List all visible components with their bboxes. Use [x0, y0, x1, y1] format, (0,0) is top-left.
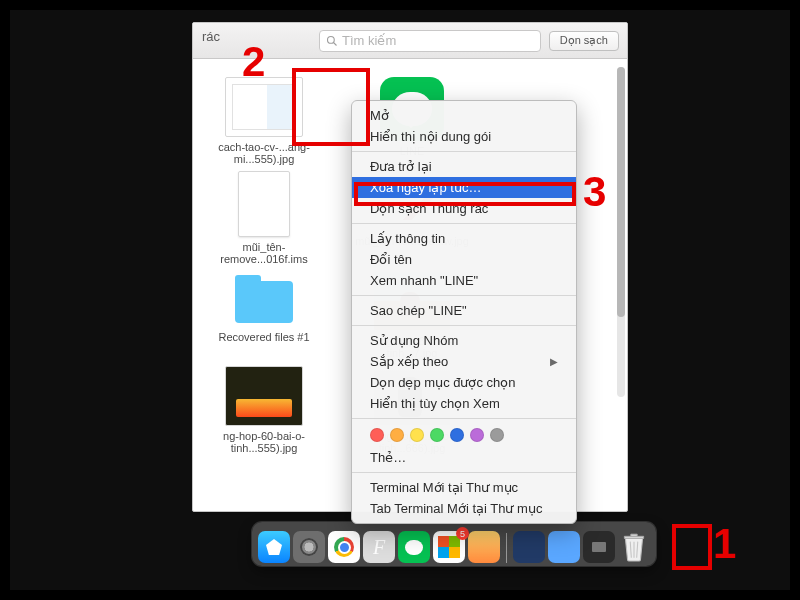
- dock-line-icon[interactable]: [398, 531, 430, 563]
- menu-item-sort-by[interactable]: Sắp xếp theo▶: [352, 351, 576, 372]
- tag-color-row: [352, 423, 576, 447]
- dock: 5: [252, 522, 656, 566]
- file-item-folder[interactable]: Recovered files #1: [205, 271, 323, 359]
- menu-separator: [352, 223, 576, 224]
- menu-item-clean-up-selection[interactable]: Dọn dẹp mục được chọn: [352, 372, 576, 393]
- annotation-number-3: 3: [583, 168, 606, 216]
- dock-system-preferences-icon[interactable]: [293, 531, 325, 563]
- dock-fontbook-icon[interactable]: [363, 531, 395, 563]
- menu-item-quick-look[interactable]: Xem nhanh "LINE": [352, 270, 576, 291]
- tag-yellow[interactable]: [410, 428, 424, 442]
- search-placeholder: Tìm kiếm: [342, 33, 396, 48]
- tag-green[interactable]: [430, 428, 444, 442]
- dock-minimized-window[interactable]: [583, 531, 615, 563]
- file-item[interactable]: mũi_tên-remove...016f.ims: [205, 171, 323, 265]
- menu-separator: [352, 325, 576, 326]
- file-item[interactable]: ng-hop-60-bai-o-tinh...555).jpg: [205, 366, 323, 454]
- screenshot-stage: rác Tìm kiếm Dọn sạch cach-tao-cv-...ang…: [10, 10, 790, 590]
- annotation-box-3: [354, 182, 576, 206]
- menu-item-open[interactable]: Mở: [352, 105, 576, 126]
- tag-purple[interactable]: [470, 428, 484, 442]
- annotation-number-2: 2: [242, 38, 265, 86]
- window-title-fragment: rác: [202, 29, 220, 44]
- menu-item-use-groups[interactable]: Sử dụng Nhóm: [352, 330, 576, 351]
- notification-badge: 5: [456, 527, 469, 540]
- menu-item-show-view-options[interactable]: Hiển thị tùy chọn Xem: [352, 393, 576, 414]
- trash-icon: [621, 532, 647, 562]
- dock-minimized-window[interactable]: [548, 531, 580, 563]
- dock-app-generic-icon[interactable]: [468, 531, 500, 563]
- svg-line-1: [334, 42, 337, 45]
- file-label: ng-hop-60-bai-o-tinh...555).jpg: [205, 430, 323, 454]
- menu-separator: [352, 472, 576, 473]
- annotation-box-2: [292, 68, 370, 146]
- menu-item-copy[interactable]: Sao chép "LINE": [352, 300, 576, 321]
- menu-item-rename[interactable]: Đổi tên: [352, 249, 576, 270]
- menu-item-tags[interactable]: Thẻ…: [352, 447, 576, 468]
- menu-separator: [352, 418, 576, 419]
- menu-item-show-package-contents[interactable]: Hiển thị nội dung gói: [352, 126, 576, 147]
- dock-divider: [506, 533, 507, 563]
- dock-chrome-icon[interactable]: [328, 531, 360, 563]
- file-thumbnail: [238, 171, 290, 237]
- annotation-box-1: [672, 524, 712, 570]
- context-menu: Mở Hiển thị nội dung gói Đưa trở lại Xóa…: [351, 100, 577, 524]
- menu-item-put-back[interactable]: Đưa trở lại: [352, 156, 576, 177]
- tag-gray[interactable]: [490, 428, 504, 442]
- dock-trash-icon[interactable]: [618, 531, 650, 563]
- file-thumbnail: [225, 366, 303, 426]
- folder-icon: [225, 271, 303, 327]
- menu-separator: [352, 295, 576, 296]
- vertical-scrollbar[interactable]: [617, 67, 625, 397]
- menu-separator: [352, 151, 576, 152]
- tag-blue[interactable]: [450, 428, 464, 442]
- annotation-number-1: 1: [713, 520, 736, 568]
- svg-point-0: [328, 36, 335, 43]
- search-input[interactable]: Tìm kiếm: [319, 30, 541, 52]
- menu-item-new-terminal-tab-at-folder[interactable]: Tab Terminal Mới tại Thư mục: [352, 498, 576, 519]
- menu-item-new-terminal-at-folder[interactable]: Terminal Mới tại Thư mục: [352, 477, 576, 498]
- dock-microsoft-icon[interactable]: 5: [433, 531, 465, 563]
- dock-app-store-icon[interactable]: [258, 531, 290, 563]
- file-label: Recovered files #1: [205, 331, 323, 343]
- search-icon: [326, 35, 338, 47]
- dock-minimized-window[interactable]: [513, 531, 545, 563]
- menu-item-get-info[interactable]: Lấy thông tin: [352, 228, 576, 249]
- empty-trash-button[interactable]: Dọn sạch: [549, 31, 619, 51]
- submenu-arrow-icon: ▶: [550, 356, 558, 367]
- tag-orange[interactable]: [390, 428, 404, 442]
- file-label: mũi_tên-remove...016f.ims: [205, 241, 323, 265]
- tag-red[interactable]: [370, 428, 384, 442]
